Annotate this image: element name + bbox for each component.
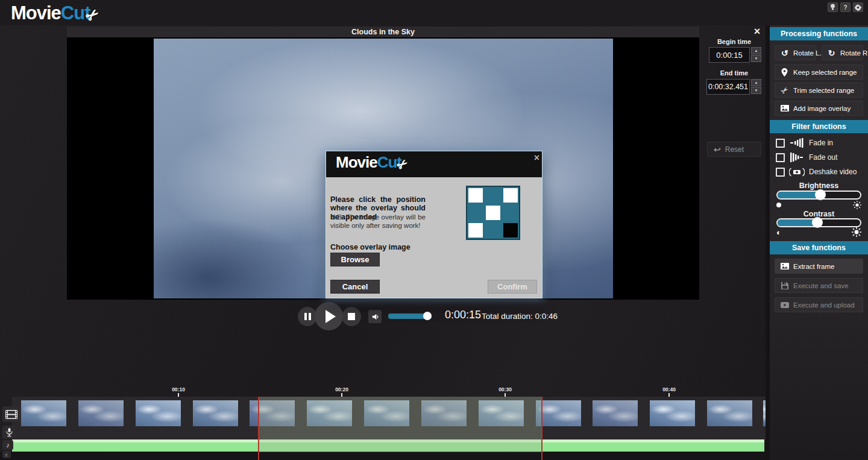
timeline-thumbnail[interactable] — [421, 400, 467, 426]
panel-divider — [766, 25, 770, 460]
music-track-button[interactable]: ♬ — [2, 451, 11, 458]
scissors-icon: ✂ — [778, 84, 790, 96]
begin-time-input[interactable] — [709, 47, 750, 63]
end-time-stepper: ▲ ▼ — [751, 79, 761, 95]
video-title: Clouds in the Sky — [67, 27, 699, 37]
cancel-button[interactable]: Cancel — [330, 280, 380, 294]
frame-icon — [780, 263, 789, 269]
close-range-panel-icon[interactable]: × — [751, 25, 763, 37]
settings-button[interactable] — [853, 2, 863, 12]
audio-track[interactable] — [12, 440, 764, 452]
execute-and-save-button[interactable]: Execute and save — [775, 278, 863, 293]
pin-icon — [780, 68, 789, 77]
contrast-half-icon: ◐ — [776, 228, 781, 236]
deshake-checkbox[interactable] — [776, 168, 785, 177]
lightbulb-icon — [830, 4, 835, 11]
volume-slider-thumb[interactable] — [423, 312, 432, 320]
music-note-icon: ♪ — [6, 441, 10, 449]
contrast-slider-thumb[interactable] — [812, 217, 823, 228]
selection-begin-handle[interactable] — [258, 397, 259, 460]
execute-and-upload-button[interactable]: Execute and upload — [775, 297, 863, 312]
extract-frame-button[interactable]: Extract frame — [775, 259, 863, 274]
timeline-thumbnail[interactable] — [193, 400, 238, 426]
add-music-button[interactable]: ♪ — [2, 440, 13, 450]
total-duration: Total duration: 0:0:46 — [482, 312, 558, 321]
add-image-overlay-button[interactable]: Add image overlay — [775, 101, 863, 116]
dialog-close-icon[interactable]: × — [534, 153, 539, 163]
image-icon — [780, 105, 789, 112]
fade-out-row: Fade out — [776, 152, 837, 163]
position-cell-top-left[interactable] — [467, 187, 485, 204]
add-image-overlay-label: Add image overlay — [793, 105, 851, 112]
youtube-icon — [780, 302, 789, 308]
fade-in-icon — [785, 138, 809, 148]
pause-icon — [304, 313, 311, 320]
position-cell-top-right[interactable] — [502, 187, 519, 204]
begin-step-up-button[interactable]: ▲ — [751, 47, 761, 54]
time-marker: 00:20 — [332, 386, 352, 392]
position-cell-bottom-right[interactable] — [502, 221, 519, 239]
fade-in-checkbox[interactable] — [776, 139, 785, 148]
timeline-thumbnail[interactable] — [364, 400, 409, 426]
timeline-footer — [0, 452, 766, 460]
end-time-input[interactable] — [706, 79, 750, 95]
contrast-scale-icons: ◐ — [776, 228, 861, 236]
position-cell-center[interactable] — [485, 204, 502, 222]
end-step-down-button[interactable]: ▼ — [751, 87, 761, 94]
video-track-button[interactable] — [2, 406, 20, 422]
begin-step-down-button[interactable]: ▼ — [751, 55, 761, 62]
current-time: 0:00:15 — [445, 309, 481, 321]
brightness-slider[interactable] — [776, 191, 861, 200]
volume-slider[interactable] — [388, 313, 432, 319]
confirm-button[interactable]: Confirm — [488, 280, 537, 294]
timeline-thumbnail[interactable] — [763, 400, 766, 426]
keep-selected-range-label: Keep selected range — [793, 69, 857, 76]
help-button[interactable]: ? — [840, 2, 851, 12]
browse-button[interactable]: Browse — [330, 253, 380, 266]
speaker-icon — [371, 313, 379, 321]
timeline-thumbnail[interactable] — [650, 400, 695, 426]
microphone-icon — [6, 428, 13, 437]
filmstrip-icon — [5, 410, 17, 419]
record-voice-button[interactable] — [2, 426, 16, 439]
timeline-thumbnail[interactable] — [536, 400, 581, 426]
position-cell-bottom-center[interactable] — [485, 221, 502, 239]
reset-label: Reset — [725, 145, 744, 154]
deshake-icon — [785, 168, 809, 177]
end-step-up-button[interactable]: ▲ — [751, 79, 761, 86]
tips-button[interactable] — [828, 2, 838, 12]
timeline-thumbnail[interactable] — [707, 400, 752, 426]
dim-dot-icon — [776, 203, 781, 207]
position-cell-middle-right[interactable] — [502, 204, 519, 222]
rotate-right-button[interactable]: ↻ Rotate R. — [822, 45, 863, 60]
timeline-thumbnail[interactable] — [21, 400, 66, 426]
selection-end-handle[interactable] — [541, 397, 542, 460]
trim-selected-range-button[interactable]: ✂ Trim selected range — [775, 83, 863, 98]
rotate-left-button[interactable]: ↺ Rotate L. — [775, 45, 816, 60]
end-time-label: End time — [704, 69, 764, 77]
logo-movie: Movie — [11, 2, 61, 24]
timeline-thumbnail[interactable] — [307, 400, 352, 426]
rotate-left-icon: ↺ — [780, 49, 789, 57]
brightness-slider-thumb[interactable] — [815, 189, 826, 200]
position-cell-middle-left[interactable] — [467, 204, 485, 222]
timeline-thumbnail[interactable] — [78, 400, 124, 426]
keep-selected-range-button[interactable]: Keep selected range — [775, 65, 863, 80]
reset-button[interactable]: ↩ Reset — [707, 142, 761, 157]
play-button[interactable] — [315, 302, 343, 330]
timeline-thumbnail[interactable] — [479, 400, 524, 426]
fade-out-icon — [785, 153, 809, 162]
contrast-slider[interactable] — [776, 218, 861, 227]
timeline-thumbnail[interactable] — [593, 400, 638, 426]
timeline-thumbnail[interactable] — [136, 400, 181, 426]
brightness-scale-icons — [776, 201, 861, 209]
dialog-logo: MovieCut✂ — [336, 153, 407, 172]
timeline-thumbnail[interactable] — [250, 400, 295, 426]
mute-button[interactable] — [368, 310, 382, 323]
position-cell-top-center[interactable] — [485, 187, 502, 204]
fade-out-checkbox[interactable] — [776, 153, 785, 162]
position-cell-bottom-left[interactable] — [467, 221, 485, 239]
music-notes-icon: ♬ — [4, 452, 9, 458]
fade-out-label: Fade out — [809, 153, 837, 162]
stop-button[interactable] — [342, 307, 361, 326]
